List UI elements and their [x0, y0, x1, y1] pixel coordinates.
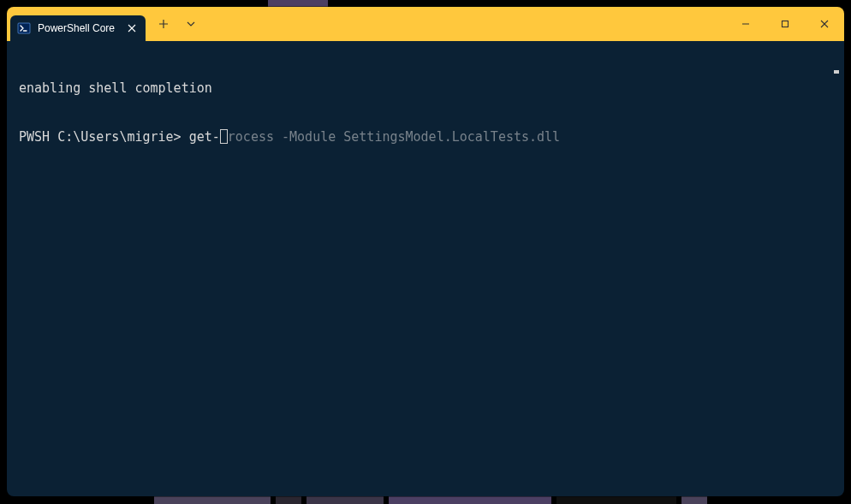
terminal-pane[interactable]: enabling shell completion PWSH C:\Users\… — [7, 41, 844, 496]
prompt-prefix: PWSH C:\Users\migrie> — [19, 129, 189, 145]
plus-icon — [158, 19, 169, 29]
new-tab-button[interactable] — [151, 12, 176, 36]
window-controls — [726, 7, 844, 41]
tab-close-button[interactable] — [125, 21, 139, 35]
close-button[interactable] — [805, 7, 844, 41]
minimize-icon — [741, 20, 750, 28]
desktop-accent-strip — [268, 0, 328, 7]
maximize-icon — [781, 20, 789, 28]
tab-actions — [151, 7, 204, 41]
maximize-button[interactable] — [765, 7, 805, 41]
chevron-down-icon — [187, 20, 195, 28]
text-cursor — [220, 129, 228, 144]
terminal-prompt-line: PWSH C:\Users\migrie> get-rocess -Module… — [19, 129, 834, 145]
close-icon — [128, 24, 136, 33]
minimize-button[interactable] — [726, 7, 765, 41]
prompt-ghost-suggestion: rocess -Module SettingsModel.LocalTests.… — [228, 129, 560, 145]
terminal-output-line: enabling shell completion — [19, 80, 834, 97]
close-icon — [820, 20, 829, 28]
svg-rect-7 — [783, 21, 789, 27]
prompt-typed-text: get- — [189, 129, 220, 145]
tab-dropdown-button[interactable] — [178, 12, 204, 36]
powershell-icon — [17, 21, 31, 35]
scrollbar-marker[interactable] — [834, 70, 839, 74]
terminal-window: PowerShell Core — [7, 7, 844, 496]
titlebar[interactable]: PowerShell Core — [7, 7, 844, 41]
svg-rect-0 — [18, 23, 30, 33]
tab-title: PowerShell Core — [38, 22, 115, 34]
tab-powershell-core[interactable]: PowerShell Core — [10, 15, 146, 41]
